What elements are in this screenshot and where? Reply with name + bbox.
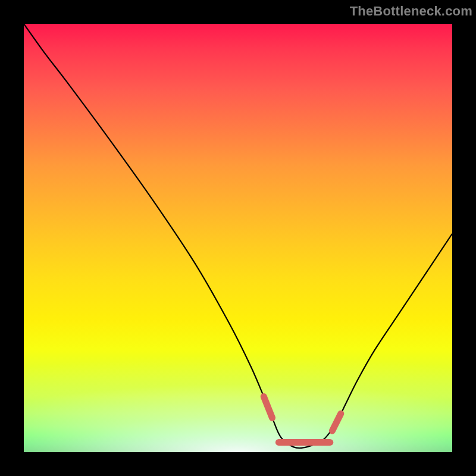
highlight-segment — [332, 414, 340, 431]
watermark-text: TheBottleneck.com — [350, 4, 472, 19]
optimal-range-highlight — [264, 396, 341, 442]
curve-layer — [24, 24, 452, 452]
plot-area — [24, 24, 452, 452]
bottleneck-curve — [24, 24, 452, 448]
highlight-segment — [264, 396, 272, 418]
chart-frame: TheBottleneck.com — [0, 0, 476, 476]
